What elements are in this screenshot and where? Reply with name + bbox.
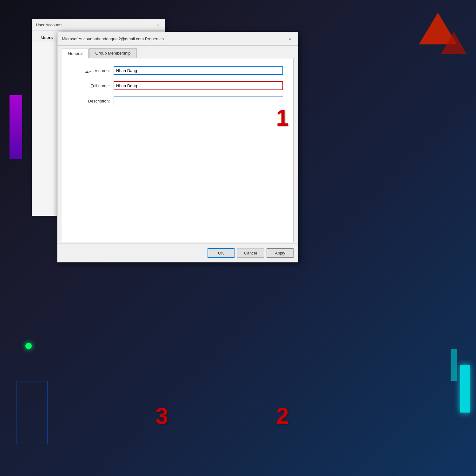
ua-tab-users[interactable]: Users — [36, 33, 58, 42]
fullname-label: Full name: — [72, 83, 114, 88]
username-input[interactable] — [114, 66, 283, 75]
dialog-tabs: General Group Membership — [57, 46, 298, 58]
ua-close-button[interactable]: × — [155, 22, 161, 28]
description-input[interactable] — [114, 96, 283, 105]
dialog-close-button[interactable]: × — [287, 35, 294, 42]
ua-titlebar: User Accounts × — [32, 19, 165, 30]
bg-cyan-rect — [460, 365, 470, 413]
bg-triangle-red2 — [441, 32, 466, 54]
bg-cyan-rect2 — [451, 349, 457, 381]
cancel-button[interactable]: Cancel — [237, 248, 264, 258]
dialog-footer: OK Cancel Apply — [57, 243, 298, 262]
fullname-input[interactable] — [114, 81, 283, 90]
properties-dialog: MicrosoftAccount\nhandangutc2@gmail.com … — [57, 32, 298, 262]
username-row: UUser name: — [72, 66, 283, 75]
apply-button[interactable]: Apply — [267, 248, 294, 258]
fullname-row: Full name: — [72, 81, 283, 90]
username-label: UUser name: — [72, 68, 114, 73]
tab-general[interactable]: General — [62, 49, 89, 58]
ok-button[interactable]: OK — [208, 248, 235, 258]
description-label: Description: — [72, 99, 114, 103]
bg-purple-rect — [10, 95, 22, 159]
tab-group-membership[interactable]: Group Membership — [89, 48, 136, 58]
dialog-title: MicrosoftAccount\nhandangutc2@gmail.com … — [62, 36, 164, 41]
ua-title: User Accounts — [36, 23, 63, 27]
dialog-titlebar: MicrosoftAccount\nhandangutc2@gmail.com … — [57, 32, 298, 46]
description-row: Description: — [72, 96, 283, 105]
bg-blue-lines — [16, 381, 48, 444]
bg-green-dot — [25, 343, 32, 349]
dialog-content: UUser name: Full name: Description: — [62, 58, 294, 242]
